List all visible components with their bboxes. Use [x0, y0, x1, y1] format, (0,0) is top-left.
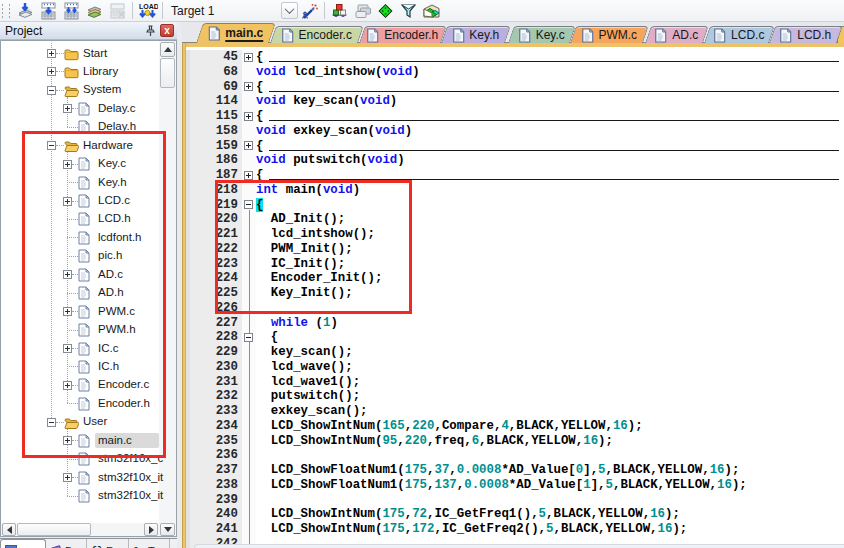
toolbar-gripper[interactable]	[1, 3, 5, 19]
tree-scroll-left-button[interactable]	[2, 523, 16, 536]
keyword-token: void	[256, 65, 286, 80]
pack-installer-box-button[interactable]	[420, 1, 443, 21]
plain-token: LCD_ShowIntNum(	[256, 522, 382, 537]
tree-connector	[56, 90, 64, 91]
batch-build-button[interactable]	[83, 1, 106, 21]
target-select-value[interactable]: Target 1	[169, 4, 281, 18]
document-tab-ad-c[interactable]: AD.c	[645, 26, 709, 43]
tree-item-label[interactable]: stm32f10x_it	[95, 470, 166, 485]
code-text[interactable]: exkey_scan();	[256, 404, 844, 419]
fold-margin	[242, 139, 256, 154]
code-text[interactable]: {	[256, 109, 844, 124]
number-token: 72	[412, 507, 427, 522]
code-text[interactable]: {	[256, 50, 844, 65]
code-text[interactable]: lcd_wave1();	[256, 375, 844, 390]
fold-expand-icon[interactable]	[244, 53, 253, 62]
code-text[interactable]: LCD_ShowIntNum(175,72,IC_GetFreq1(),5,BL…	[256, 507, 844, 522]
document-tab-key-h[interactable]: Key.h	[441, 26, 511, 43]
rebuild-button[interactable]	[60, 1, 83, 21]
tree-scroll-right-button[interactable]	[144, 523, 158, 536]
number-token: 4	[501, 419, 508, 434]
tree-scroll-down-button[interactable]	[160, 523, 175, 536]
tree-item-label[interactable]: Start	[80, 46, 110, 61]
code-text[interactable]: {	[256, 330, 844, 345]
document-tab-key-c[interactable]: Key.c	[508, 26, 576, 43]
code-text[interactable]: {	[256, 80, 844, 95]
translate-button[interactable]	[14, 1, 37, 21]
document-tab-lcd-c[interactable]: LCD.c	[704, 26, 775, 43]
code-text[interactable]: void key_scan(void)	[256, 94, 844, 109]
tree-item-stm32f10x-it[interactable]: stm32f10x_it	[1, 487, 177, 505]
document-tab-label: LCD.h	[797, 28, 831, 42]
fold-expand-icon[interactable]	[244, 112, 253, 121]
build-button[interactable]	[37, 1, 60, 21]
tree-vscrollbar-thumb[interactable]	[160, 58, 175, 88]
code-text[interactable]: void exkey_scan(void)	[256, 124, 844, 139]
panel-tab-project[interactable]: P	[0, 539, 46, 548]
collapse-icon[interactable]	[47, 86, 56, 95]
code-text[interactable]: key_scan();	[256, 345, 844, 360]
tree-item-label[interactable]: Delay.c	[95, 101, 139, 116]
plain-token: );	[628, 419, 643, 434]
expand-icon[interactable]	[47, 49, 56, 58]
document-tab-lcd-h[interactable]: LCD.h	[769, 26, 843, 43]
fold-margin	[242, 94, 256, 109]
fold-margin	[242, 65, 256, 80]
tree-item-start[interactable]: Start	[1, 44, 177, 62]
code-text[interactable]: while (1)	[256, 316, 844, 331]
panel-tab-templates[interactable]: 0,T	[129, 539, 170, 548]
code-text[interactable]: void putswitch(void)	[256, 153, 844, 168]
tree-item-stm32f10x-it[interactable]: stm32f10x_it	[1, 468, 177, 486]
panel-tab-functions[interactable]: {}F	[87, 539, 129, 548]
toolbar-gripper-2[interactable]	[8, 3, 12, 19]
editor-hscrollbar[interactable]	[194, 544, 844, 548]
fold-expand-icon[interactable]	[244, 82, 253, 91]
target-select[interactable]: Target 1	[169, 1, 298, 21]
tree-connector	[67, 496, 78, 497]
code-text[interactable]: LCD_ShowFloatNum1(175,37,0.0008*AD_Value…	[256, 463, 844, 478]
manage-project-items-button[interactable]	[328, 1, 351, 21]
document-tab-label: Key.c	[536, 28, 565, 42]
code-line-159: 159{	[186, 139, 844, 154]
document-tab-pwm-c[interactable]: PWM.c	[570, 26, 649, 43]
expand-icon[interactable]	[63, 104, 72, 113]
document-tab-encoder-c[interactable]: Encoder.c	[270, 26, 364, 43]
code-text[interactable]: void lcd_intshow(void)	[256, 65, 844, 80]
code-text[interactable]: LCD_ShowFloatNum1(175,137,0.0008*AD_Valu…	[256, 478, 844, 493]
manage-layers-button[interactable]	[351, 1, 374, 21]
tree-item-label[interactable]: System	[80, 82, 124, 97]
expand-icon[interactable]	[47, 67, 56, 76]
filter-funnel-button[interactable]	[397, 1, 420, 21]
tree-scroll-up-button[interactable]	[160, 42, 175, 57]
tree-item-library[interactable]: Library	[1, 62, 177, 80]
code-text[interactable]: {	[256, 139, 844, 154]
panel-tab-books[interactable]: B	[46, 539, 87, 548]
tree-item-delay-c[interactable]: Delay.c	[1, 99, 177, 117]
target-select-dropdown-icon[interactable]	[281, 2, 298, 19]
code-text[interactable]: LCD_ShowIntNum(95,220,freq,6,BLACK,YELLO…	[256, 434, 844, 449]
fold-expand-icon[interactable]	[244, 141, 253, 150]
code-text[interactable]: LCD_ShowIntNum(165,220,Compare,4,BLACK,Y…	[256, 419, 844, 434]
pack-diamond-button[interactable]	[374, 1, 397, 21]
pin-icon[interactable]	[143, 24, 157, 38]
code-text[interactable]: lcd_wave();	[256, 360, 844, 375]
fold-collapse-icon[interactable]	[244, 333, 253, 342]
tree-hscrollbar-thumb[interactable]	[17, 523, 91, 536]
tree-item-system[interactable]: System	[1, 81, 177, 99]
close-icon[interactable]: x	[160, 24, 174, 37]
plain-token: {	[256, 109, 263, 124]
stop-build-button[interactable]	[106, 1, 129, 21]
options-for-target-wand-button[interactable]	[298, 1, 321, 21]
tree-item-label[interactable]: stm32f10x_it	[95, 488, 166, 503]
fold-expand-icon[interactable]	[244, 171, 253, 180]
code-text[interactable]: putswitch();	[256, 389, 844, 404]
code-line-115: 115{	[186, 109, 844, 124]
code-text[interactable]	[256, 448, 844, 463]
expand-icon[interactable]	[63, 473, 72, 482]
download-load-button[interactable]: LOAD	[136, 1, 159, 21]
code-text[interactable]	[256, 493, 844, 508]
tree-item-label[interactable]: Library	[80, 64, 121, 79]
code-text[interactable]: LCD_ShowIntNum(175,172,IC_GetFreq2(),5,B…	[256, 522, 844, 537]
document-tab-main-c[interactable]: main.c	[196, 23, 276, 43]
document-tab-encoder-h[interactable]: Encoder.h	[359, 26, 447, 43]
